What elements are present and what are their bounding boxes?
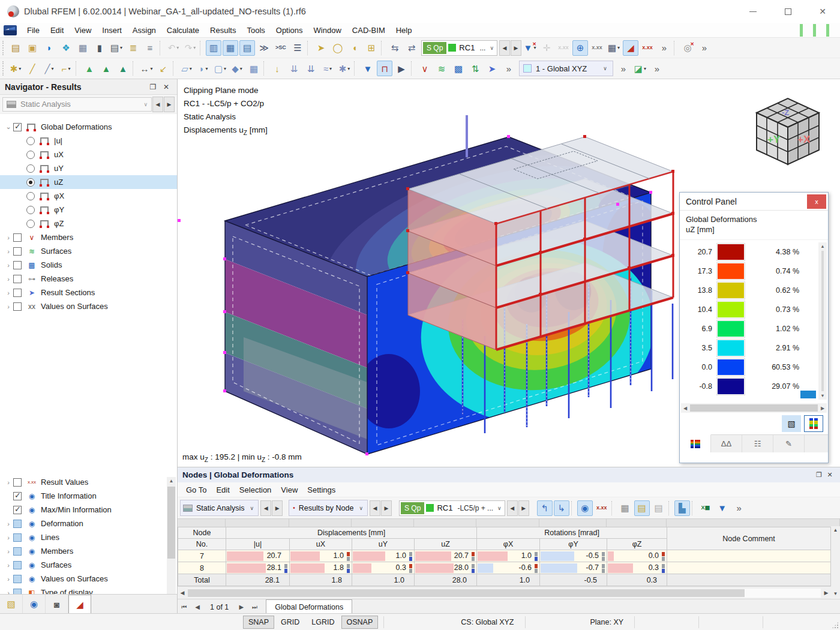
last-page-button[interactable]: ⏭ <box>248 604 261 611</box>
navigation-cube[interactable]: +Y +X -Z <box>745 90 832 171</box>
more-insert[interactable]: » <box>501 61 517 76</box>
new-dimension[interactable]: ↔▾ <box>139 61 154 76</box>
menu-results[interactable]: Results <box>205 23 241 37</box>
checkbox-unchecked[interactable] <box>13 478 22 487</box>
select-circle[interactable]: ◯ <box>330 40 346 56</box>
checkbox-checked[interactable] <box>13 506 22 514</box>
select-special[interactable]: ⊞ <box>364 40 379 56</box>
tree-item-lines[interactable]: ›◉Lines <box>0 530 167 544</box>
more-results[interactable]: » <box>656 40 672 56</box>
checkbox-unchecked[interactable] <box>13 247 22 256</box>
sync-selection-table[interactable]: ↳ <box>554 500 569 516</box>
results-members[interactable]: ∨ <box>417 61 433 76</box>
printout-report[interactable]: ≡ <box>142 40 158 56</box>
visibility-modes[interactable]: ◪▾ <box>632 61 648 76</box>
table-menu-goto[interactable]: Go To <box>181 484 211 496</box>
load-case-combo[interactable]: S Qp RC1 ... ∨ <box>421 40 497 56</box>
chevron-down-icon[interactable]: ∨ <box>250 505 254 511</box>
table-view-compact[interactable]: ▦ <box>617 500 633 516</box>
checkbox-unchecked[interactable] <box>13 302 22 311</box>
status-osnap-toggle[interactable]: OSNAP <box>341 616 379 629</box>
new-polyline[interactable]: ⌐▾ <box>58 61 74 76</box>
checkbox-partial[interactable] <box>13 547 22 556</box>
expand-icon[interactable]: › <box>4 262 13 269</box>
more-table-tools[interactable]: » <box>731 500 747 516</box>
tree-item-global-deformations[interactable]: ⌄Global Deformations <box>0 120 177 134</box>
menu-options[interactable]: Options <box>271 23 308 37</box>
checkbox-checked[interactable] <box>13 123 22 131</box>
toggle-panel[interactable]: ▤ <box>239 40 255 56</box>
tab-filter[interactable]: ☷ <box>742 435 773 452</box>
new-opening[interactable]: ▢▾ <box>212 61 228 76</box>
tree-item-y[interactable]: φY <box>0 203 177 217</box>
toggle-navigator[interactable]: ▥ <box>206 40 221 56</box>
import-model[interactable]: ❖ <box>58 40 74 56</box>
table-menu-edit[interactable]: Edit <box>211 484 234 496</box>
tree-item-max-min-information[interactable]: ◉Max/Min Information <box>0 503 167 517</box>
tree-item-values-on-surfaces[interactable]: ›xxValues on Surfaces <box>0 299 177 313</box>
menu-insert[interactable]: Insert <box>97 23 127 37</box>
radio-unselected[interactable] <box>26 220 35 228</box>
table-menu-settings[interactable]: Settings <box>302 484 340 496</box>
open-model[interactable]: ▣ <box>25 40 40 56</box>
chevron-down-icon[interactable]: ∨ <box>490 45 494 51</box>
legend-hscrollbar[interactable]: ◀▶ <box>681 403 827 413</box>
dlubal-connect[interactable]: ◗ <box>41 40 57 56</box>
collapse-icon[interactable]: ⌄ <box>4 123 13 131</box>
previous-load-case-button[interactable]: ◀ <box>499 40 510 56</box>
minimize-button[interactable] <box>736 0 770 23</box>
show-values-in-graphic[interactable]: ◉ <box>577 500 593 516</box>
expand-icon[interactable]: › <box>4 534 13 541</box>
tree-item-deformation[interactable]: ›◉Deformation <box>0 517 167 530</box>
radio-unselected[interactable] <box>26 164 35 173</box>
tree-item-x[interactable]: φX <box>0 189 177 203</box>
zoom-clear[interactable]: ◎✕ <box>680 40 695 56</box>
prev-page-button[interactable]: ◀ <box>191 604 204 610</box>
maximize-button[interactable] <box>770 0 805 23</box>
menu-edit[interactable]: Edit <box>45 23 69 37</box>
new-line-support[interactable]: ▲ <box>98 61 114 76</box>
filter-objects[interactable]: ▼ <box>360 61 376 76</box>
table-xxx-values[interactable]: x.xx <box>594 500 610 516</box>
expand-icon[interactable]: › <box>4 479 13 486</box>
result-diagram-values[interactable]: x.xx <box>640 40 655 56</box>
more-view[interactable]: » <box>697 40 712 56</box>
checkbox-unchecked[interactable] <box>13 289 22 297</box>
menu-tools[interactable]: Tools <box>241 23 270 37</box>
renumber-objects[interactable]: ⇆ <box>387 40 403 56</box>
table-dock-icon[interactable]: ❐ <box>814 471 824 479</box>
checkbox-partial[interactable] <box>13 520 22 528</box>
panel-options-button[interactable]: ▧ <box>782 415 801 432</box>
next-analysis-button[interactable]: ▶ <box>272 500 283 516</box>
radio-unselected[interactable] <box>26 206 35 214</box>
status-grid-toggle[interactable]: GRID <box>275 616 305 629</box>
new-node[interactable]: ✱▾ <box>8 61 23 76</box>
sync-selection-graphic[interactable]: ↰ <box>537 500 553 516</box>
result-diagram[interactable]: ◢ <box>623 40 638 56</box>
checkbox-checked[interactable] <box>13 492 22 500</box>
radio-unselected[interactable] <box>26 137 35 145</box>
more-cs[interactable]: » <box>616 61 631 76</box>
tree-item-uy[interactable]: uY <box>0 161 177 175</box>
select-lasso[interactable]: ◖ <box>347 40 362 56</box>
new-surface-support[interactable]: ▲ <box>115 61 131 76</box>
radio-unselected[interactable] <box>26 151 35 159</box>
new-nurbs[interactable]: ◗▾ <box>196 61 211 76</box>
undo[interactable]: ↶▾ <box>166 40 181 56</box>
status-lgrid-toggle[interactable]: LGRID <box>306 616 340 629</box>
navigator-dock-icon[interactable]: ❐ <box>147 83 159 91</box>
previous-analysis-button[interactable]: ◀ <box>152 97 163 112</box>
next-lc-button[interactable]: ▶ <box>518 500 529 516</box>
new-member-load[interactable]: ⇊ <box>286 61 302 76</box>
chevron-down-icon[interactable]: ∨ <box>359 505 363 511</box>
expand-icon[interactable]: › <box>4 520 13 527</box>
tree-item-members[interactable]: ›∨Members <box>0 230 177 244</box>
nav-tab-data[interactable]: ▧ <box>0 595 23 614</box>
navigator-close-icon[interactable]: ✕ <box>160 83 172 91</box>
select-pointer[interactable]: ➤ <box>313 40 329 56</box>
table-analysis-combo[interactable]: Static Analysis ∨ <box>180 500 259 516</box>
tree-item-result-values[interactable]: ›x.xxResult Values <box>0 475 167 489</box>
new-model[interactable]: ▤ <box>8 40 23 56</box>
table-row[interactable]: 720.71.01.020.71.0-0.50.0 <box>178 550 831 562</box>
menu-assign[interactable]: Assign <box>127 23 161 37</box>
